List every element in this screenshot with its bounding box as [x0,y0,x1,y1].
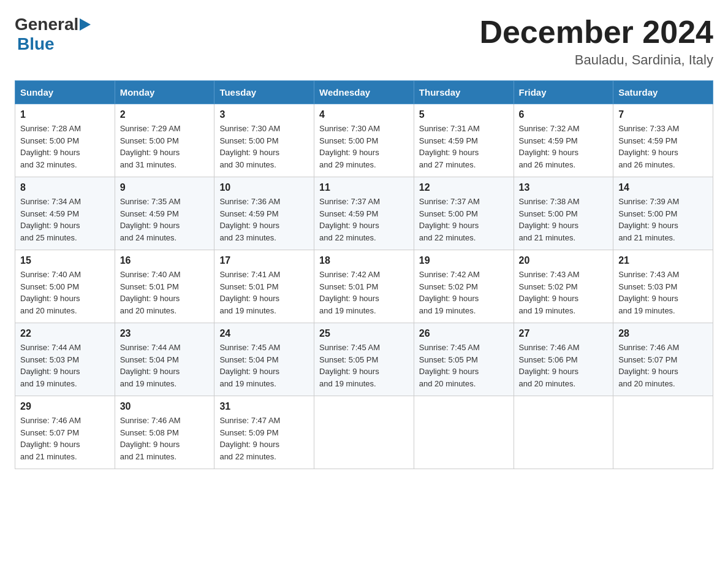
calendar-cell: 12Sunrise: 7:37 AMSunset: 5:00 PMDayligh… [414,177,514,250]
svg-marker-0 [80,18,91,31]
day-number: 16 [120,255,210,266]
day-number: 22 [20,328,110,339]
day-info: Sunrise: 7:34 AMSunset: 4:59 PMDaylight:… [20,196,110,243]
day-info: Sunrise: 7:42 AMSunset: 5:01 PMDaylight:… [319,269,409,316]
day-number: 8 [20,182,110,193]
calendar-cell: 21Sunrise: 7:43 AMSunset: 5:03 PMDayligh… [613,250,713,323]
page-header: General Blue December 2024 Bauladu, Sard… [15,15,713,68]
day-info: Sunrise: 7:36 AMSunset: 4:59 PMDaylight:… [219,196,309,243]
header-sunday: Sunday [15,81,115,104]
calendar-week-row: 1Sunrise: 7:28 AMSunset: 5:00 PMDaylight… [15,104,713,177]
calendar-cell: 16Sunrise: 7:40 AMSunset: 5:01 PMDayligh… [115,250,214,323]
day-info: Sunrise: 7:30 AMSunset: 5:00 PMDaylight:… [319,123,409,170]
day-info: Sunrise: 7:45 AMSunset: 5:05 PMDaylight:… [319,342,409,389]
calendar-cell: 4Sunrise: 7:30 AMSunset: 5:00 PMDaylight… [314,104,414,177]
day-info: Sunrise: 7:31 AMSunset: 4:59 PMDaylight:… [419,123,509,170]
calendar-cell: 3Sunrise: 7:30 AMSunset: 5:00 PMDaylight… [214,104,314,177]
calendar-table: Sunday Monday Tuesday Wednesday Thursday… [15,80,713,469]
day-number: 18 [319,255,409,266]
header-saturday: Saturday [613,81,713,104]
day-number: 24 [219,328,309,339]
calendar-title: December 2024 [479,15,713,50]
logo-blue-text: Blue [17,34,55,53]
day-number: 30 [120,401,210,412]
day-number: 23 [120,328,210,339]
day-number: 31 [219,401,309,412]
day-info: Sunrise: 7:46 AMSunset: 5:08 PMDaylight:… [120,415,210,462]
day-number: 27 [519,328,609,339]
calendar-cell: 1Sunrise: 7:28 AMSunset: 5:00 PMDaylight… [15,104,115,177]
calendar-cell: 14Sunrise: 7:39 AMSunset: 5:00 PMDayligh… [613,177,713,250]
day-number: 15 [20,255,110,266]
calendar-cell: 25Sunrise: 7:45 AMSunset: 5:05 PMDayligh… [314,323,414,396]
day-number: 19 [419,255,509,266]
calendar-week-row: 29Sunrise: 7:46 AMSunset: 5:07 PMDayligh… [15,396,713,469]
day-number: 11 [319,182,409,193]
day-number: 10 [219,182,309,193]
day-number: 1 [20,109,110,120]
day-info: Sunrise: 7:43 AMSunset: 5:02 PMDaylight:… [519,269,609,316]
header-monday: Monday [115,81,214,104]
day-info: Sunrise: 7:45 AMSunset: 5:05 PMDaylight:… [419,342,509,389]
calendar-cell: 5Sunrise: 7:31 AMSunset: 4:59 PMDaylight… [414,104,514,177]
day-info: Sunrise: 7:46 AMSunset: 5:06 PMDaylight:… [519,342,609,389]
calendar-cell [314,396,414,469]
day-info: Sunrise: 7:45 AMSunset: 5:04 PMDaylight:… [219,342,309,389]
day-info: Sunrise: 7:37 AMSunset: 5:00 PMDaylight:… [419,196,509,243]
calendar-cell: 27Sunrise: 7:46 AMSunset: 5:06 PMDayligh… [514,323,613,396]
day-number: 13 [519,182,609,193]
day-info: Sunrise: 7:43 AMSunset: 5:03 PMDaylight:… [618,269,708,316]
calendar-cell: 22Sunrise: 7:44 AMSunset: 5:03 PMDayligh… [15,323,115,396]
day-info: Sunrise: 7:47 AMSunset: 5:09 PMDaylight:… [219,415,309,462]
calendar-cell: 15Sunrise: 7:40 AMSunset: 5:00 PMDayligh… [15,250,115,323]
calendar-cell: 26Sunrise: 7:45 AMSunset: 5:05 PMDayligh… [414,323,514,396]
calendar-cell: 6Sunrise: 7:32 AMSunset: 4:59 PMDaylight… [514,104,613,177]
calendar-header-row: Sunday Monday Tuesday Wednesday Thursday… [15,81,713,104]
day-number: 21 [618,255,708,266]
day-number: 20 [519,255,609,266]
day-info: Sunrise: 7:33 AMSunset: 4:59 PMDaylight:… [618,123,708,170]
day-number: 28 [618,328,708,339]
calendar-cell [514,396,613,469]
day-number: 9 [120,182,210,193]
day-info: Sunrise: 7:29 AMSunset: 5:00 PMDaylight:… [120,123,210,170]
header-tuesday: Tuesday [214,81,314,104]
header-thursday: Thursday [414,81,514,104]
logo: General Blue [15,15,94,54]
day-number: 26 [419,328,509,339]
calendar-cell: 23Sunrise: 7:44 AMSunset: 5:04 PMDayligh… [115,323,214,396]
day-number: 6 [519,109,609,120]
day-info: Sunrise: 7:42 AMSunset: 5:02 PMDaylight:… [419,269,509,316]
calendar-cell: 2Sunrise: 7:29 AMSunset: 5:00 PMDaylight… [115,104,214,177]
day-info: Sunrise: 7:41 AMSunset: 5:01 PMDaylight:… [219,269,309,316]
calendar-cell: 7Sunrise: 7:33 AMSunset: 4:59 PMDaylight… [613,104,713,177]
calendar-cell: 29Sunrise: 7:46 AMSunset: 5:07 PMDayligh… [15,396,115,469]
calendar-cell: 18Sunrise: 7:42 AMSunset: 5:01 PMDayligh… [314,250,414,323]
header-friday: Friday [514,81,613,104]
logo-general-text: General [15,15,78,34]
calendar-cell: 13Sunrise: 7:38 AMSunset: 5:00 PMDayligh… [514,177,613,250]
day-info: Sunrise: 7:28 AMSunset: 5:00 PMDaylight:… [20,123,110,170]
calendar-subtitle: Bauladu, Sardinia, Italy [479,52,713,68]
header-wednesday: Wednesday [314,81,414,104]
calendar-cell: 8Sunrise: 7:34 AMSunset: 4:59 PMDaylight… [15,177,115,250]
day-number: 4 [319,109,409,120]
calendar-cell: 28Sunrise: 7:46 AMSunset: 5:07 PMDayligh… [613,323,713,396]
day-number: 3 [219,109,309,120]
day-info: Sunrise: 7:39 AMSunset: 5:00 PMDaylight:… [618,196,708,243]
day-number: 5 [419,109,509,120]
day-info: Sunrise: 7:40 AMSunset: 5:01 PMDaylight:… [120,269,210,316]
calendar-cell: 19Sunrise: 7:42 AMSunset: 5:02 PMDayligh… [414,250,514,323]
calendar-cell: 17Sunrise: 7:41 AMSunset: 5:01 PMDayligh… [214,250,314,323]
calendar-cell [414,396,514,469]
calendar-cell: 31Sunrise: 7:47 AMSunset: 5:09 PMDayligh… [214,396,314,469]
calendar-cell: 9Sunrise: 7:35 AMSunset: 4:59 PMDaylight… [115,177,214,250]
day-number: 12 [419,182,509,193]
day-info: Sunrise: 7:46 AMSunset: 5:07 PMDaylight:… [20,415,110,462]
day-info: Sunrise: 7:30 AMSunset: 5:00 PMDaylight:… [219,123,309,170]
day-info: Sunrise: 7:46 AMSunset: 5:07 PMDaylight:… [618,342,708,389]
calendar-week-row: 22Sunrise: 7:44 AMSunset: 5:03 PMDayligh… [15,323,713,396]
day-number: 7 [618,109,708,120]
title-block: December 2024 Bauladu, Sardinia, Italy [479,15,713,68]
day-info: Sunrise: 7:40 AMSunset: 5:00 PMDaylight:… [20,269,110,316]
